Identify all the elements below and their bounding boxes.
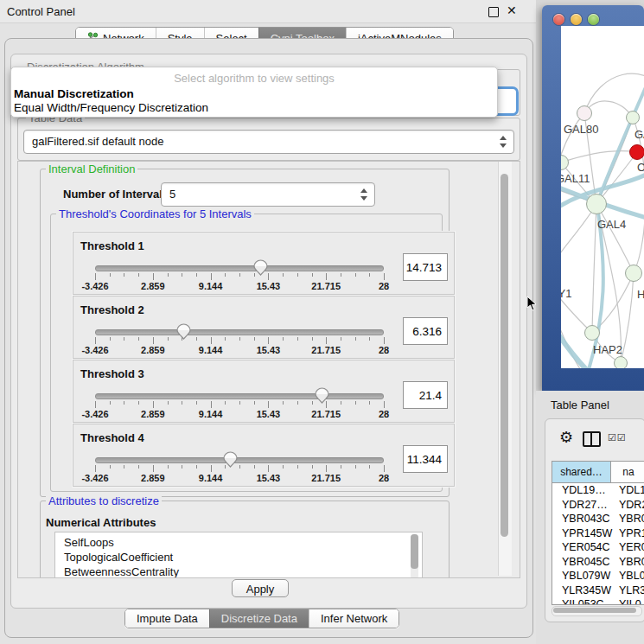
table-cell[interactable]: YBR045C (552, 555, 611, 570)
tick-label: 2.859 (141, 473, 165, 483)
slider-thumb-icon[interactable] (253, 259, 268, 277)
slider-track[interactable] (95, 329, 384, 335)
tick-label: 21.715 (311, 281, 341, 291)
threshold-label: Threshold 2 (80, 303, 144, 316)
tick-mark (312, 273, 313, 277)
tick-label: 2.859 (141, 345, 165, 355)
table-cell[interactable]: YIL0 (611, 597, 644, 604)
attribute-item[interactable]: BetweennessCentrality (64, 565, 179, 578)
settings-scrollbar[interactable] (498, 162, 512, 576)
zoom-traffic-light-icon[interactable] (588, 14, 599, 25)
screen: Control Panel ✕ NetworkStyleSelectCyni T… (0, 0, 644, 644)
table-row[interactable]: YBL079WYBL0 (552, 569, 644, 583)
tick-mark (341, 337, 341, 341)
tick-label: -3.426 (81, 409, 108, 419)
list-scrollbar[interactable] (411, 534, 418, 578)
intervals-combobox[interactable]: 5 (161, 182, 375, 207)
float-window-icon[interactable] (488, 7, 499, 17)
slider-track[interactable] (95, 457, 384, 463)
table-cell[interactable]: YDL1 (611, 483, 644, 498)
list-scrollbar-thumb[interactable] (411, 534, 418, 569)
network-node[interactable] (626, 111, 640, 124)
node-table[interactable]: shared…na YDL19…YDL1YDR27…YDR2YBR043CYBR… (552, 461, 644, 605)
network-node[interactable] (625, 265, 642, 282)
network-node[interactable] (586, 194, 607, 214)
numerical-attributes-list[interactable]: SelfLoopsTopologicalCoefficientBetweenne… (54, 532, 423, 578)
threshold-value-field[interactable]: 14.713 (403, 253, 448, 281)
split-columns-icon[interactable] (583, 431, 601, 447)
table-cell[interactable]: YPR1 (611, 526, 644, 541)
table-data-combobox[interactable]: galFiltered.sif default node (23, 130, 514, 154)
table-cell[interactable]: YLR345W (552, 583, 611, 598)
tab-impute-data[interactable]: Impute Data (125, 609, 209, 628)
tick-label: 15.43 (257, 345, 281, 355)
table-row[interactable]: YBR043CYBR0 (552, 512, 644, 526)
table-cell[interactable]: YDR2 (611, 498, 644, 513)
slider-thumb-icon[interactable] (176, 323, 191, 341)
table-row[interactable]: YLR345WYLR3 (552, 583, 644, 598)
threshold-value-field[interactable]: 6.316 (403, 317, 448, 345)
tick-mark (110, 337, 111, 341)
close-icon[interactable]: ✕ (507, 3, 517, 17)
table-column-header[interactable]: shared… (552, 462, 611, 482)
select-columns-icon[interactable]: ☑☑ (608, 432, 627, 443)
table-cell[interactable]: YER0 (611, 540, 644, 555)
table-cell[interactable]: YLR3 (611, 583, 644, 598)
tick-mark (384, 401, 385, 408)
table-row[interactable]: YER054CYER0 (552, 540, 644, 555)
slider-track[interactable] (95, 265, 384, 271)
table-cell[interactable]: YBR0 (611, 512, 644, 526)
table-cell[interactable]: YIL053C (552, 597, 611, 604)
network-node-label: GCY1 (561, 287, 571, 300)
slider-track[interactable] (95, 393, 384, 399)
table-cell[interactable]: YBL0 (611, 569, 644, 583)
tick-mark (211, 465, 212, 472)
tick-mark (110, 465, 111, 469)
gear-icon[interactable]: ⚙ (559, 428, 573, 447)
table-cell[interactable]: YDL19… (552, 483, 611, 498)
table-cell[interactable]: YPR145W (552, 526, 611, 541)
threshold-value-field[interactable]: 21.4 (403, 381, 448, 409)
apply-button[interactable]: Apply (232, 579, 289, 597)
table-row[interactable]: YBR045CYBR0 (552, 555, 644, 570)
table-cell[interactable]: YER054C (552, 540, 611, 555)
table-hscrollbar-thumb[interactable] (553, 608, 636, 613)
network-node[interactable] (629, 144, 644, 160)
tick-mark (211, 337, 212, 344)
network-node[interactable] (577, 105, 592, 121)
tick-mark (124, 273, 124, 277)
table-row[interactable]: YDR27…YDR2 (552, 498, 644, 513)
table-panel-region: Table Panel ⚙ ☑☑ shared…na YDL19…YDL1YDR… (536, 391, 644, 644)
table-row[interactable]: YIL053CYIL0 (552, 597, 644, 604)
algorithm-dropdown-popup: Select algorithm to view settings Manual… (10, 67, 498, 118)
tick-mark (182, 273, 182, 277)
algorithm-option[interactable]: Manual Discretization (14, 87, 134, 100)
close-traffic-light-icon[interactable] (553, 14, 564, 25)
attribute-item[interactable]: SelfLoops (64, 536, 114, 549)
table-horizontal-scrollbar[interactable] (552, 606, 642, 616)
tick-mark (225, 337, 226, 341)
network-node[interactable] (614, 356, 628, 368)
slider-thumb-icon[interactable] (223, 451, 238, 469)
table-cell[interactable]: YDR27… (552, 498, 611, 513)
tick-mark (268, 273, 269, 280)
algorithm-option[interactable]: Equal Width/Frequency Discretization (14, 101, 208, 114)
attribute-item[interactable]: TopologicalCoefficient (64, 551, 173, 564)
minimize-traffic-light-icon[interactable] (571, 14, 582, 25)
network-node[interactable] (584, 325, 600, 341)
network-canvas[interactable]: GAL80GACGAL11GAL4GCY1HHAP2 (561, 26, 644, 368)
slider-thumb-icon[interactable] (315, 387, 329, 405)
tick-label: -3.426 (81, 281, 108, 291)
network-window[interactable]: GAL80GACGAL11GAL4GCY1HHAP2 (542, 5, 644, 391)
table-cell[interactable]: YBR043C (552, 512, 611, 526)
tab-discretize-data[interactable]: Discretize Data (209, 609, 309, 628)
table-column-header[interactable]: na (611, 462, 644, 482)
table-cell[interactable]: YBL079W (552, 569, 611, 583)
settings-scrollbar-thumb[interactable] (501, 174, 508, 537)
tick-mark (239, 273, 240, 277)
threshold-value-field[interactable]: 11.344 (403, 445, 448, 473)
table-cell[interactable]: YBR0 (611, 555, 644, 570)
tab-infer-network[interactable]: Infer Network (309, 609, 399, 628)
table-row[interactable]: YDL19…YDL1 (552, 483, 644, 498)
table-row[interactable]: YPR145WYPR1 (552, 526, 644, 541)
